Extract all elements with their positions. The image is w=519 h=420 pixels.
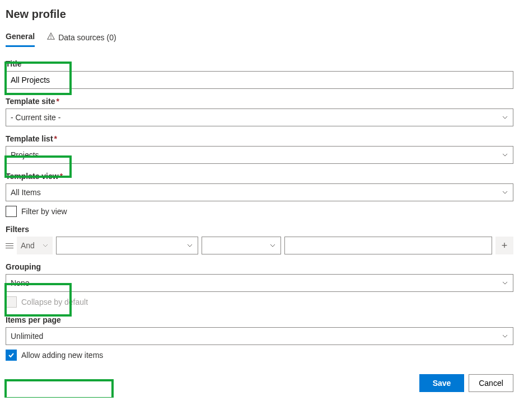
template-list-value: Projects xyxy=(11,150,39,159)
filters-label: Filters xyxy=(6,225,513,234)
collapse-label: Collapse by default xyxy=(21,298,88,306)
warning-icon xyxy=(47,32,55,42)
required-asterisk: * xyxy=(54,134,57,143)
cancel-button[interactable]: Cancel xyxy=(469,374,513,392)
items-per-page-group: Items per page Unlimited Allow adding ne… xyxy=(6,315,513,361)
chevron-down-icon xyxy=(502,189,508,196)
template-view-group: Template view* All Items Filter by view xyxy=(6,172,513,217)
plus-icon: + xyxy=(502,240,508,252)
filter-operator-select[interactable] xyxy=(202,237,281,254)
chevron-down-icon xyxy=(502,280,508,286)
template-view-label: Template view* xyxy=(6,172,513,181)
items-per-page-label: Items per page xyxy=(6,315,513,324)
filter-field-select[interactable] xyxy=(56,237,198,254)
template-list-select[interactable]: Projects xyxy=(6,146,513,164)
template-view-value: All Items xyxy=(11,188,41,197)
items-per-page-select[interactable]: Unlimited xyxy=(6,327,513,345)
tab-general-label: General xyxy=(6,32,35,41)
template-site-value: - Current site - xyxy=(11,113,60,122)
filter-by-view-label: Filter by view xyxy=(21,207,67,216)
allow-add-label: Allow adding new items xyxy=(21,351,103,360)
tab-data-sources-label: Data sources (0) xyxy=(58,33,116,42)
collapse-row: Collapse by default xyxy=(6,296,513,308)
chevron-down-icon xyxy=(42,242,49,249)
chevron-down-icon xyxy=(269,242,276,249)
filter-value-input[interactable] xyxy=(284,237,492,254)
filter-logic-value: And xyxy=(21,241,35,250)
filter-add-button[interactable]: + xyxy=(495,237,513,254)
template-site-label: Template site* xyxy=(6,97,513,106)
collapse-checkbox xyxy=(6,296,17,308)
drag-handle-icon[interactable] xyxy=(6,243,13,248)
title-label: Title xyxy=(6,59,513,68)
required-asterisk: * xyxy=(56,97,59,106)
form-container: New profile General Data sources (0) Tit… xyxy=(6,8,513,392)
title-input[interactable] xyxy=(6,71,513,89)
tab-general[interactable]: General xyxy=(6,29,35,47)
footer: Save Cancel xyxy=(6,374,513,392)
chevron-down-icon xyxy=(502,152,508,158)
required-asterisk: * xyxy=(60,172,63,181)
template-view-select[interactable]: All Items xyxy=(6,183,513,201)
grouping-label: Grouping xyxy=(6,262,513,271)
template-site-group: Template site* - Current site - xyxy=(6,97,513,126)
template-list-group: Template list* Projects xyxy=(6,134,513,164)
chevron-down-icon xyxy=(502,114,508,121)
items-per-page-value: Unlimited xyxy=(11,332,43,341)
filter-by-view-checkbox[interactable] xyxy=(6,206,17,217)
filter-row: And + xyxy=(6,237,513,254)
filter-logic-select[interactable]: And xyxy=(17,237,53,254)
title-group: Title xyxy=(6,59,513,89)
filter-by-view-row: Filter by view xyxy=(6,206,513,217)
save-button[interactable]: Save xyxy=(419,374,464,392)
tab-data-sources[interactable]: Data sources (0) xyxy=(47,29,116,47)
page-title: New profile xyxy=(6,8,513,21)
svg-point-1 xyxy=(50,37,52,39)
allow-add-checkbox[interactable] xyxy=(6,350,17,361)
chevron-down-icon xyxy=(502,333,508,339)
template-site-select[interactable]: - Current site - xyxy=(6,108,513,126)
template-list-label: Template list* xyxy=(6,134,513,143)
chevron-down-icon xyxy=(186,242,193,249)
tabs: General Data sources (0) xyxy=(6,29,513,47)
grouping-value: None xyxy=(11,279,29,287)
allow-add-row: Allow adding new items xyxy=(6,350,513,361)
grouping-select[interactable]: None xyxy=(6,274,513,292)
grouping-group: Grouping None Collapse by default xyxy=(6,262,513,308)
filters-group: Filters And + xyxy=(6,225,513,254)
